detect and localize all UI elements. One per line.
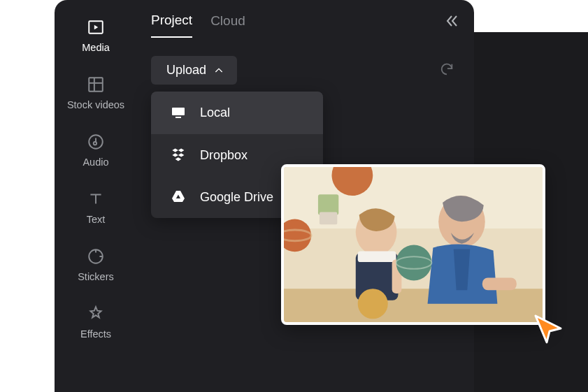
sidebar-item-stock-videos[interactable]: Stock videos bbox=[55, 67, 137, 119]
media-icon bbox=[85, 17, 106, 38]
sidebar-item-label: Stickers bbox=[55, 271, 137, 282]
stock-videos-icon bbox=[85, 74, 106, 95]
effects-icon bbox=[85, 303, 106, 324]
toolbar: Upload bbox=[151, 56, 460, 85]
sidebar-item-label: Audio bbox=[55, 157, 137, 168]
svg-rect-7 bbox=[172, 108, 185, 115]
sidebar-item-effects[interactable]: Effects bbox=[55, 296, 137, 348]
chevron-up-icon bbox=[213, 65, 224, 76]
svg-point-5 bbox=[94, 142, 96, 145]
sidebar-item-media[interactable]: Media bbox=[55, 10, 137, 61]
dropdown-item-label: Google Drive bbox=[200, 190, 273, 205]
drag-cursor-icon bbox=[533, 313, 565, 345]
sidebar-item-stickers[interactable]: Stickers bbox=[55, 239, 137, 291]
svg-point-22 bbox=[396, 245, 432, 281]
media-thumbnail-dragging[interactable] bbox=[281, 164, 545, 325]
dropdown-item-label: Dropbox bbox=[200, 148, 248, 163]
upload-option-local[interactable]: Local bbox=[151, 92, 323, 134]
sidebar-item-audio[interactable]: Audio bbox=[55, 124, 137, 176]
google-drive-icon bbox=[169, 189, 187, 205]
refresh-button[interactable] bbox=[439, 61, 454, 80]
text-icon bbox=[85, 189, 106, 210]
dropdown-item-label: Local bbox=[200, 106, 230, 120]
tab-project[interactable]: Project bbox=[151, 13, 192, 38]
collapse-panel-button[interactable] bbox=[443, 13, 460, 32]
svg-rect-11 bbox=[284, 289, 543, 324]
sidebar-item-label: Text bbox=[55, 214, 137, 225]
tab-row: Project Cloud bbox=[151, 10, 460, 41]
stickers-icon bbox=[85, 246, 106, 267]
tab-cloud[interactable]: Cloud bbox=[210, 13, 245, 37]
sidebar-item-label: Stock videos bbox=[55, 99, 137, 110]
sidebar-item-label: Effects bbox=[55, 328, 137, 340]
upload-button[interactable]: Upload bbox=[151, 56, 237, 85]
refresh-icon bbox=[439, 61, 454, 77]
audio-icon bbox=[85, 131, 106, 152]
sidebar-item-label: Media bbox=[55, 42, 137, 53]
svg-rect-1 bbox=[89, 78, 103, 92]
svg-rect-12 bbox=[318, 194, 338, 215]
svg-rect-8 bbox=[175, 117, 181, 118]
svg-rect-19 bbox=[482, 278, 517, 291]
sidebar: Media Stock videos Audio Text Stickers bbox=[55, 0, 137, 392]
svg-rect-16 bbox=[358, 251, 396, 262]
upload-button-label: Upload bbox=[166, 63, 206, 78]
local-icon bbox=[169, 104, 187, 121]
svg-rect-13 bbox=[320, 212, 337, 225]
sidebar-item-text[interactable]: Text bbox=[55, 182, 137, 233]
svg-point-24 bbox=[358, 289, 388, 319]
dropbox-icon bbox=[169, 147, 187, 164]
